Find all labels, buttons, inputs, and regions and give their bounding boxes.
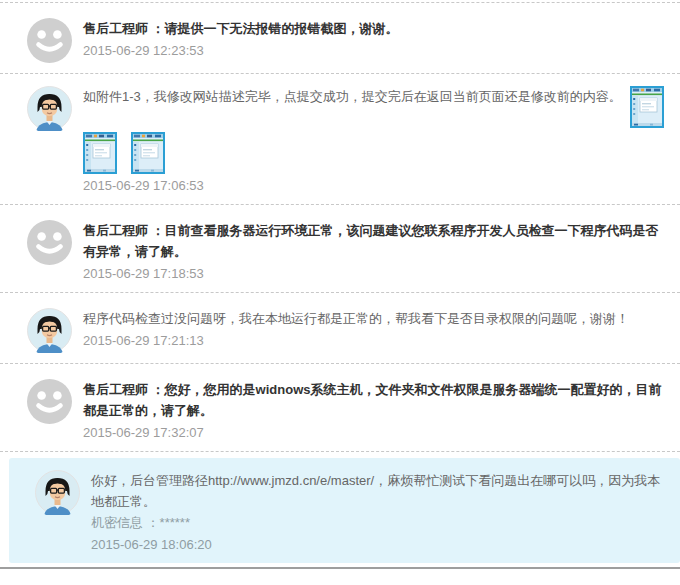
timestamp: 2015-06-29 18:06:20 [91, 536, 670, 553]
dashed-divider [0, 451, 680, 452]
engineer-smiley-avatar-icon [27, 18, 72, 63]
message-text: ：您好，您用的是widnows系统主机，文件夹和文件权限是服务器端统一配置好的，… [83, 382, 662, 418]
message-body: 售后工程师 ：您好，您用的是widnows系统主机，文件夹和文件权限是服务器端统… [83, 379, 670, 441]
author-label: 售后工程师 [83, 21, 148, 36]
timestamp: 2015-06-29 12:23:53 [83, 42, 670, 59]
message-customer-3-highlighted: 你好，后台管理路径http://www.jmzd.cn/e/master/，麻烦… [9, 458, 680, 563]
customer-avatar-icon [27, 86, 72, 131]
attachment-row [83, 132, 670, 174]
message-text-line: 如附件1-3，我修改网站描述完毕，点提交成功，提交完后在返回当前页面还是修改前的… [83, 86, 670, 128]
customer-avatar-icon [35, 470, 80, 515]
author-label: 售后工程师 [83, 382, 148, 397]
attachment-2-thumbnail[interactable] [83, 132, 117, 174]
customer-avatar-icon [27, 308, 72, 353]
author-label: 售后工程师 [83, 223, 148, 238]
message-body: 售后工程师 ：请提供一下无法报错的报错截图，谢谢。 2015-06-29 12:… [83, 18, 670, 59]
message-body: 售后工程师 ：目前查看服务器运行环境正常，该问题建议您联系程序开发人员检查一下程… [83, 220, 670, 282]
attachment-1-thumbnail[interactable] [630, 86, 664, 128]
timestamp: 2015-06-29 17:18:53 [83, 265, 670, 282]
message-text-line: 售后工程师 ：请提供一下无法报错的报错截图，谢谢。 [83, 18, 670, 39]
message-text: 你好，后台管理路径http://www.jmzd.cn/e/master/，麻烦… [91, 470, 670, 512]
confidential-info-line: 机密信息 ：****** [91, 512, 670, 533]
timestamp: 2015-06-29 17:21:13 [83, 332, 670, 349]
engineer-smiley-avatar-icon [27, 220, 72, 265]
message-body: 程序代码检查过没问题呀，我在本地运行都是正常的，帮我看下是否目录权限的问题呢，谢… [83, 308, 670, 349]
bottom-rule [0, 567, 680, 569]
message-body: 如附件1-3，我修改网站描述完毕，点提交成功，提交完后在返回当前页面还是修改前的… [83, 86, 670, 194]
timestamp: 2015-06-29 17:32:07 [83, 424, 670, 441]
engineer-smiley-avatar-icon [27, 379, 72, 424]
message-text: 如附件1-3，我修改网站描述完毕，点提交成功，提交完后在返回当前页面还是修改前的… [83, 89, 622, 104]
timestamp: 2015-06-29 17:06:53 [83, 177, 670, 194]
message-text: 程序代码检查过没问题呀，我在本地运行都是正常的，帮我看下是否目录权限的问题呢，谢… [83, 308, 670, 329]
message-engineer-3: 售后工程师 ：您好，您用的是widnows系统主机，文件夹和文件权限是服务器端统… [0, 364, 680, 451]
message-body: 你好，后台管理路径http://www.jmzd.cn/e/master/，麻烦… [91, 470, 670, 553]
support-conversation-thread: 售后工程师 ：请提供一下无法报错的报错截图，谢谢。 2015-06-29 12:… [0, 2, 680, 569]
message-customer-2: 程序代码检查过没问题呀，我在本地运行都是正常的，帮我看下是否目录权限的问题呢，谢… [0, 293, 680, 363]
message-engineer-2: 售后工程师 ：目前查看服务器运行环境正常，该问题建议您联系程序开发人员检查一下程… [0, 205, 680, 292]
message-engineer-1: 售后工程师 ：请提供一下无法报错的报错截图，谢谢。 2015-06-29 12:… [0, 3, 680, 73]
message-text-line: 售后工程师 ：您好，您用的是widnows系统主机，文件夹和文件权限是服务器端统… [83, 379, 670, 421]
message-customer-1: 如附件1-3，我修改网站描述完毕，点提交成功，提交完后在返回当前页面还是修改前的… [0, 74, 680, 204]
attachment-3-thumbnail[interactable] [131, 132, 165, 174]
message-text: ：目前查看服务器运行环境正常，该问题建议您联系程序开发人员检查一下程序代码是否有… [83, 223, 659, 259]
message-text-line: 售后工程师 ：目前查看服务器运行环境正常，该问题建议您联系程序开发人员检查一下程… [83, 220, 670, 262]
message-text: ：请提供一下无法报错的报错截图，谢谢。 [148, 21, 399, 36]
